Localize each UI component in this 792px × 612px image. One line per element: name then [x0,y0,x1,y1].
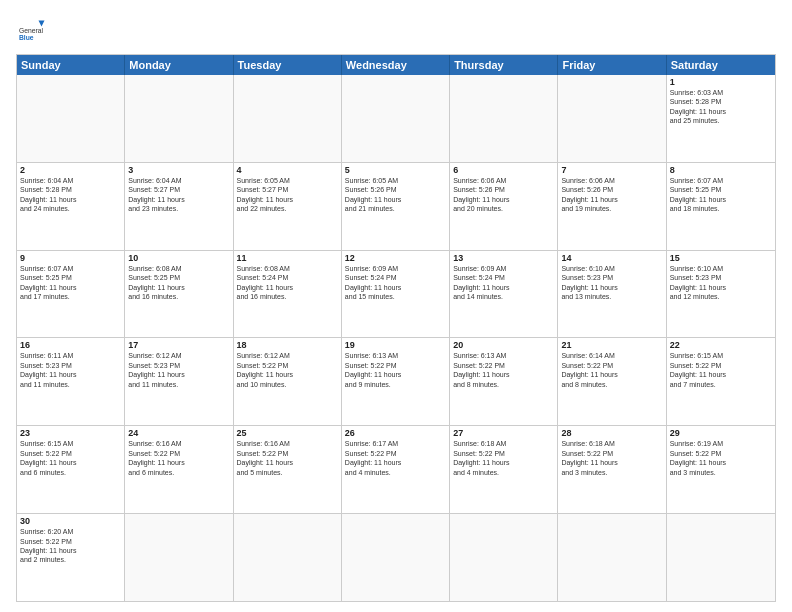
day-cell-7: 7Sunrise: 6:06 AM Sunset: 5:26 PM Daylig… [558,163,666,250]
day-info: Sunrise: 6:16 AM Sunset: 5:22 PM Dayligh… [237,439,338,477]
day-cell-28: 28Sunrise: 6:18 AM Sunset: 5:22 PM Dayli… [558,426,666,513]
day-number: 15 [670,253,772,263]
day-info: Sunrise: 6:16 AM Sunset: 5:22 PM Dayligh… [128,439,229,477]
day-info: Sunrise: 6:08 AM Sunset: 5:25 PM Dayligh… [128,264,229,302]
day-cell-13: 13Sunrise: 6:09 AM Sunset: 5:24 PM Dayli… [450,251,558,338]
calendar-row-4: 23Sunrise: 6:15 AM Sunset: 5:22 PM Dayli… [17,425,775,513]
day-number: 27 [453,428,554,438]
day-info: Sunrise: 6:20 AM Sunset: 5:22 PM Dayligh… [20,527,121,565]
day-cell-5: 5Sunrise: 6:05 AM Sunset: 5:26 PM Daylig… [342,163,450,250]
day-cell-16: 16Sunrise: 6:11 AM Sunset: 5:23 PM Dayli… [17,338,125,425]
empty-cell-5-1 [125,514,233,601]
day-number: 13 [453,253,554,263]
calendar-row-5: 30Sunrise: 6:20 AM Sunset: 5:22 PM Dayli… [17,513,775,601]
day-info: Sunrise: 6:10 AM Sunset: 5:23 PM Dayligh… [670,264,772,302]
day-cell-26: 26Sunrise: 6:17 AM Sunset: 5:22 PM Dayli… [342,426,450,513]
calendar-row-1: 2Sunrise: 6:04 AM Sunset: 5:28 PM Daylig… [17,162,775,250]
day-number: 26 [345,428,446,438]
svg-text:Blue: Blue [19,34,34,41]
day-info: Sunrise: 6:05 AM Sunset: 5:26 PM Dayligh… [345,176,446,214]
empty-cell-5-4 [450,514,558,601]
day-cell-17: 17Sunrise: 6:12 AM Sunset: 5:23 PM Dayli… [125,338,233,425]
day-info: Sunrise: 6:09 AM Sunset: 5:24 PM Dayligh… [345,264,446,302]
day-info: Sunrise: 6:14 AM Sunset: 5:22 PM Dayligh… [561,351,662,389]
empty-cell-0-4 [450,75,558,162]
day-info: Sunrise: 6:18 AM Sunset: 5:22 PM Dayligh… [561,439,662,477]
day-cell-2: 2Sunrise: 6:04 AM Sunset: 5:28 PM Daylig… [17,163,125,250]
day-cell-11: 11Sunrise: 6:08 AM Sunset: 5:24 PM Dayli… [234,251,342,338]
empty-cell-0-3 [342,75,450,162]
empty-cell-0-2 [234,75,342,162]
day-number: 10 [128,253,229,263]
day-cell-19: 19Sunrise: 6:13 AM Sunset: 5:22 PM Dayli… [342,338,450,425]
day-info: Sunrise: 6:06 AM Sunset: 5:26 PM Dayligh… [561,176,662,214]
day-number: 4 [237,165,338,175]
day-info: Sunrise: 6:13 AM Sunset: 5:22 PM Dayligh… [453,351,554,389]
empty-cell-0-0 [17,75,125,162]
day-info: Sunrise: 6:08 AM Sunset: 5:24 PM Dayligh… [237,264,338,302]
empty-cell-5-2 [234,514,342,601]
day-cell-3: 3Sunrise: 6:04 AM Sunset: 5:27 PM Daylig… [125,163,233,250]
day-number: 12 [345,253,446,263]
day-number: 5 [345,165,446,175]
calendar-row-2: 9Sunrise: 6:07 AM Sunset: 5:25 PM Daylig… [17,250,775,338]
day-cell-25: 25Sunrise: 6:16 AM Sunset: 5:22 PM Dayli… [234,426,342,513]
day-cell-4: 4Sunrise: 6:05 AM Sunset: 5:27 PM Daylig… [234,163,342,250]
day-number: 24 [128,428,229,438]
day-cell-30: 30Sunrise: 6:20 AM Sunset: 5:22 PM Dayli… [17,514,125,601]
empty-cell-0-5 [558,75,666,162]
day-cell-6: 6Sunrise: 6:06 AM Sunset: 5:26 PM Daylig… [450,163,558,250]
day-info: Sunrise: 6:17 AM Sunset: 5:22 PM Dayligh… [345,439,446,477]
calendar: SundayMondayTuesdayWednesdayThursdayFrid… [16,54,776,602]
day-number: 28 [561,428,662,438]
day-number: 19 [345,340,446,350]
day-cell-22: 22Sunrise: 6:15 AM Sunset: 5:22 PM Dayli… [667,338,775,425]
calendar-header: SundayMondayTuesdayWednesdayThursdayFrid… [17,55,775,75]
day-cell-8: 8Sunrise: 6:07 AM Sunset: 5:25 PM Daylig… [667,163,775,250]
day-info: Sunrise: 6:15 AM Sunset: 5:22 PM Dayligh… [670,351,772,389]
day-info: Sunrise: 6:06 AM Sunset: 5:26 PM Dayligh… [453,176,554,214]
day-number: 9 [20,253,121,263]
day-number: 29 [670,428,772,438]
day-info: Sunrise: 6:11 AM Sunset: 5:23 PM Dayligh… [20,351,121,389]
day-number: 8 [670,165,772,175]
weekday-header-wednesday: Wednesday [342,55,450,75]
weekday-header-tuesday: Tuesday [234,55,342,75]
weekday-header-sunday: Sunday [17,55,125,75]
calendar-body: 1Sunrise: 6:03 AM Sunset: 5:28 PM Daylig… [17,75,775,601]
day-number: 23 [20,428,121,438]
logo-icon: General Blue [16,16,46,46]
day-info: Sunrise: 6:15 AM Sunset: 5:22 PM Dayligh… [20,439,121,477]
day-number: 14 [561,253,662,263]
day-number: 2 [20,165,121,175]
day-cell-29: 29Sunrise: 6:19 AM Sunset: 5:22 PM Dayli… [667,426,775,513]
day-number: 22 [670,340,772,350]
day-info: Sunrise: 6:12 AM Sunset: 5:22 PM Dayligh… [237,351,338,389]
day-number: 20 [453,340,554,350]
empty-cell-0-1 [125,75,233,162]
day-info: Sunrise: 6:03 AM Sunset: 5:28 PM Dayligh… [670,88,772,126]
page: General Blue SundayMondayTuesdayWednesda… [0,0,792,612]
day-info: Sunrise: 6:04 AM Sunset: 5:28 PM Dayligh… [20,176,121,214]
day-cell-21: 21Sunrise: 6:14 AM Sunset: 5:22 PM Dayli… [558,338,666,425]
day-info: Sunrise: 6:13 AM Sunset: 5:22 PM Dayligh… [345,351,446,389]
day-cell-20: 20Sunrise: 6:13 AM Sunset: 5:22 PM Dayli… [450,338,558,425]
day-number: 7 [561,165,662,175]
day-number: 11 [237,253,338,263]
day-cell-12: 12Sunrise: 6:09 AM Sunset: 5:24 PM Dayli… [342,251,450,338]
day-number: 30 [20,516,121,526]
day-info: Sunrise: 6:12 AM Sunset: 5:23 PM Dayligh… [128,351,229,389]
day-info: Sunrise: 6:09 AM Sunset: 5:24 PM Dayligh… [453,264,554,302]
day-cell-27: 27Sunrise: 6:18 AM Sunset: 5:22 PM Dayli… [450,426,558,513]
day-info: Sunrise: 6:04 AM Sunset: 5:27 PM Dayligh… [128,176,229,214]
day-cell-14: 14Sunrise: 6:10 AM Sunset: 5:23 PM Dayli… [558,251,666,338]
day-info: Sunrise: 6:05 AM Sunset: 5:27 PM Dayligh… [237,176,338,214]
weekday-header-saturday: Saturday [667,55,775,75]
day-cell-9: 9Sunrise: 6:07 AM Sunset: 5:25 PM Daylig… [17,251,125,338]
day-cell-15: 15Sunrise: 6:10 AM Sunset: 5:23 PM Dayli… [667,251,775,338]
day-cell-18: 18Sunrise: 6:12 AM Sunset: 5:22 PM Dayli… [234,338,342,425]
day-cell-10: 10Sunrise: 6:08 AM Sunset: 5:25 PM Dayli… [125,251,233,338]
svg-text:General: General [19,27,44,34]
day-info: Sunrise: 6:10 AM Sunset: 5:23 PM Dayligh… [561,264,662,302]
empty-cell-5-5 [558,514,666,601]
